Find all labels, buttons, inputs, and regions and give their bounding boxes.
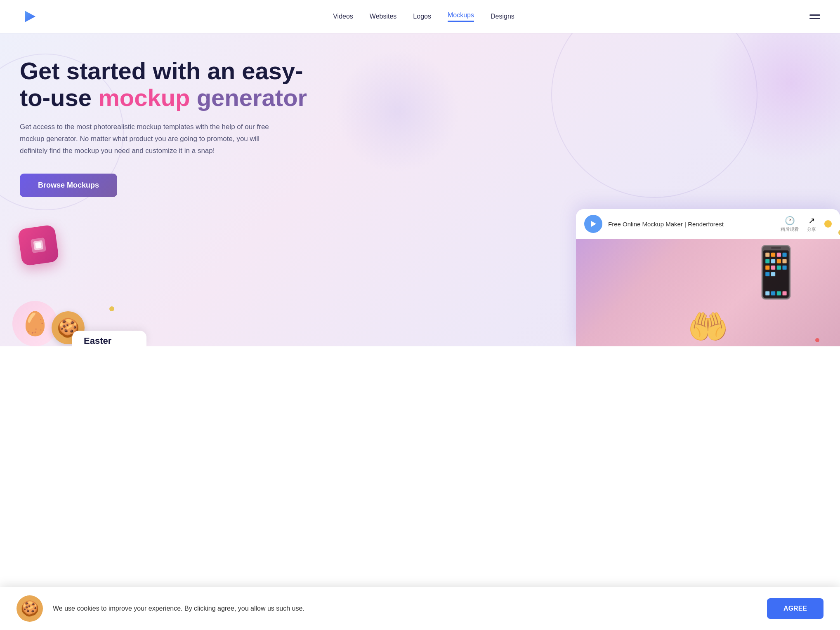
deco-circle-2 <box>551 33 757 198</box>
video-thumbnail: 📱 🤲 <box>576 239 840 346</box>
easter-egg-icon: 🥚 <box>12 301 58 346</box>
easter-label-card: Easter <box>72 331 146 346</box>
nav-link-websites[interactable]: Websites <box>370 13 397 20</box>
hero-highlight-mockup: mockup <box>98 84 190 111</box>
nav-link-mockups[interactable]: Mockups <box>448 12 474 22</box>
nav-link-designs[interactable]: Designs <box>491 13 514 20</box>
nav-link-logos[interactable]: Logos <box>413 13 431 20</box>
svg-rect-3 <box>35 242 42 249</box>
phone-mockup: 📱 <box>745 243 807 301</box>
hero-content: Get started with an easy- to-use mockup … <box>20 58 309 197</box>
share-icon: ↗ <box>808 216 815 226</box>
video-frame: Free Online Mockup Maker | Renderforest … <box>576 209 840 346</box>
nav-link-videos[interactable]: Videos <box>333 13 353 20</box>
clock-icon: 🕐 <box>785 216 795 226</box>
navigation: Videos Websites Logos Mockups Designs <box>0 0 840 33</box>
hamburger-menu[interactable] <box>809 14 820 19</box>
easter-card: 🥚 🍪 Easter <box>12 301 146 346</box>
svg-marker-4 <box>591 221 596 227</box>
video-bar: Free Online Mockup Maker | Renderforest … <box>576 209 840 239</box>
easter-emoji: 🥚 <box>21 310 50 337</box>
video-watch-later[interactable]: 🕐 稍后观看 <box>781 216 799 233</box>
hero-section: Get started with an easy- to-use mockup … <box>0 33 840 346</box>
floating-cube-icon <box>20 227 57 264</box>
video-play-button[interactable] <box>584 215 602 233</box>
hero-title: Get started with an easy- to-use mockup … <box>20 58 309 111</box>
watch-later-label: 稍后观看 <box>781 226 799 233</box>
svg-marker-0 <box>25 11 35 22</box>
easter-label: Easter <box>84 336 111 346</box>
video-share[interactable]: ↗ 分享 <box>807 216 816 233</box>
video-area: Free Online Mockup Maker | Renderforest … <box>576 209 840 346</box>
video-controls: 🕐 稍后观看 ↗ 分享 <box>781 216 832 233</box>
hero-highlight-generator: generator <box>197 84 307 111</box>
easter-dot-accent <box>109 306 114 311</box>
nav-links: Videos Websites Logos Mockups Designs <box>333 12 514 22</box>
hero-description: Get access to the most photorealistic mo… <box>20 121 276 157</box>
hands-icon: 🤲 <box>687 308 729 346</box>
video-yellow-dot <box>824 220 832 228</box>
browse-mockups-button[interactable]: Browse Mockups <box>20 174 117 197</box>
video-title: Free Online Mockup Maker | Renderforest <box>608 221 724 228</box>
logo[interactable] <box>20 7 38 26</box>
share-label: 分享 <box>807 226 816 233</box>
